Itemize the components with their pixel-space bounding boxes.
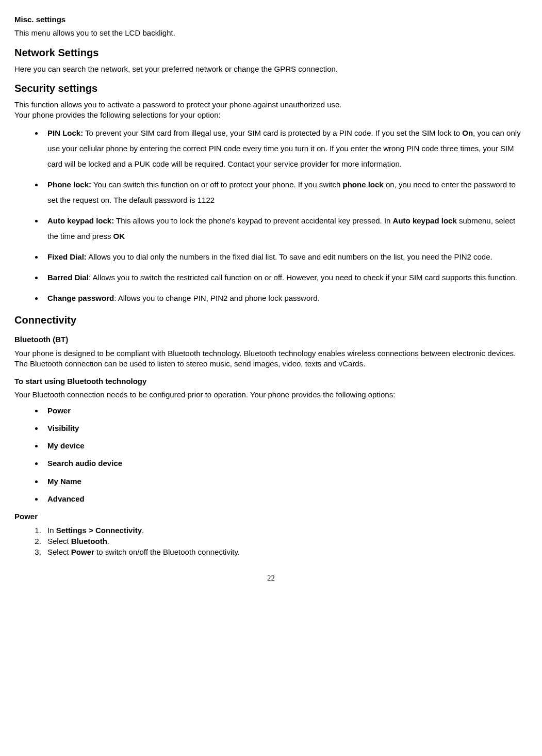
pin-on: On <box>462 128 473 137</box>
phone-t1: You can switch this function on or off t… <box>91 180 343 189</box>
change-label: Change password <box>47 294 114 302</box>
network-body: Here you can search the network, set you… <box>14 64 528 74</box>
barred-label: Barred Dial <box>47 273 89 282</box>
list-item: PIN Lock: To prevent your SIM card from … <box>43 125 528 172</box>
opt-my-name: My Name <box>47 477 81 486</box>
opt-my-device: My device <box>47 441 85 450</box>
list-item: Power <box>43 406 528 416</box>
opt-search-audio: Search audio device <box>47 459 122 468</box>
fixed-label: Fixed Dial: <box>47 252 87 261</box>
opt-advanced: Advanced <box>47 494 85 503</box>
pin-t1: To prevent your SIM card from illegal us… <box>83 128 462 137</box>
auto-label: Auto keypad lock: <box>47 216 114 225</box>
opt-power: Power <box>47 406 71 415</box>
security-heading: Security settings <box>14 82 528 95</box>
step1-b: Settings > Connectivity <box>56 526 142 535</box>
connectivity-heading: Connectivity <box>14 313 528 327</box>
step2-c: . <box>107 537 109 545</box>
phone-label: Phone lock: <box>47 180 91 189</box>
auto-ok: OK <box>113 232 125 240</box>
barred-t: : Allows you to switch the restricted ca… <box>89 273 517 282</box>
misc-heading: Misc. settings <box>14 14 528 25</box>
list-item: My Name <box>43 476 528 487</box>
auto-t1: This allows you to lock the phone's keyp… <box>114 216 392 225</box>
power-steps: In Settings > Connectivity. Select Bluet… <box>14 525 528 557</box>
list-item: Select Bluetooth. <box>43 536 528 546</box>
step3-c: to switch on/off the Bluetooth connectiv… <box>94 548 240 556</box>
list-item: Change password: Allows you to change PI… <box>43 291 528 306</box>
bluetooth-body: Your phone is designed to be compliant w… <box>14 348 528 369</box>
list-item: Search audio device <box>43 458 528 469</box>
network-heading: Network Settings <box>14 46 528 60</box>
step1-c: . <box>142 526 144 535</box>
fixed-t: Allows you to dial only the numbers in t… <box>87 252 492 261</box>
bluetooth-heading: Bluetooth (BT) <box>14 334 528 345</box>
phone-b: phone lock <box>343 180 384 189</box>
step2-b: Bluetooth <box>71 537 107 545</box>
security-intro1: This function allows you to activate a p… <box>14 100 342 109</box>
opt-visibility: Visibility <box>47 424 79 432</box>
start-body: Your Bluetooth connection needs to be co… <box>14 390 528 400</box>
page-number: 22 <box>14 573 528 583</box>
bt-options-list: Power Visibility My device Search audio … <box>14 406 528 505</box>
misc-body: This menu allows you to set the LCD back… <box>14 28 528 38</box>
list-item: Phone lock: You can switch this function… <box>43 177 528 208</box>
power-heading: Power <box>14 511 528 522</box>
start-heading: To start using Bluetooth technology <box>14 376 528 387</box>
list-item: Auto keypad lock: This allows you to loc… <box>43 213 528 244</box>
list-item: Fixed Dial: Allows you to dial only the … <box>43 249 528 265</box>
pin-label: PIN Lock: <box>47 128 83 137</box>
step3-b: Power <box>71 548 94 556</box>
step1-a: In <box>47 526 56 535</box>
list-item: My device <box>43 441 528 451</box>
step2-a: Select <box>47 537 71 545</box>
list-item: Select Power to switch on/off the Blueto… <box>43 546 528 557</box>
auto-b: Auto keypad lock <box>393 216 457 225</box>
list-item: In Settings > Connectivity. <box>43 525 528 536</box>
list-item: Advanced <box>43 494 528 504</box>
change-t: : Allows you to change PIN, PIN2 and pho… <box>114 294 320 302</box>
security-intro2: Your phone provides the following select… <box>14 110 221 119</box>
security-intro: This function allows you to activate a p… <box>14 100 528 121</box>
list-item: Visibility <box>43 423 528 433</box>
security-list: PIN Lock: To prevent your SIM card from … <box>14 125 528 306</box>
list-item: Barred Dial: Allows you to switch the re… <box>43 270 528 285</box>
step3-a: Select <box>47 548 71 556</box>
